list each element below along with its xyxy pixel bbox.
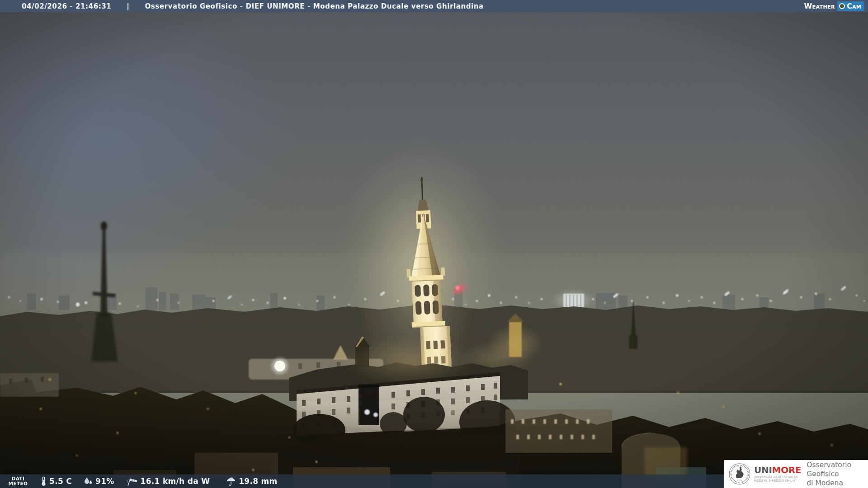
separator: | xyxy=(127,2,129,10)
rain-reading: 19.8 mm xyxy=(226,477,277,486)
film-grain xyxy=(0,0,868,488)
unimore-more-text: MORE xyxy=(772,465,802,475)
camera-lens-icon xyxy=(839,3,845,9)
observatory-name-line2: di Modena xyxy=(807,479,868,488)
humidity-reading: 91% xyxy=(84,477,114,486)
humidity-value: 91% xyxy=(95,477,114,486)
temperature-value: 5.5 C xyxy=(49,477,72,486)
meteo-label: DATI METEO xyxy=(7,476,29,486)
umbrella-icon xyxy=(226,477,236,486)
weathercam-cam-label: Cam xyxy=(847,2,861,10)
camera-title: Osservatorio Geofisico - DIEF UNIMORE - … xyxy=(145,2,483,10)
weathercam-logo[interactable]: Weather Cam xyxy=(804,1,864,11)
windsock-icon xyxy=(126,477,138,486)
rain-value: 19.8 mm xyxy=(239,477,277,486)
webcam-frame: 04/02/2026 - 21:46:31 | Osservatorio Geo… xyxy=(0,0,868,488)
unimore-seal-icon: 1175 xyxy=(729,463,750,485)
unimore-subtitle-line2: MODENA E REGGIO EMILIA xyxy=(754,479,801,483)
unimore-wordmark: UNIMORE UNIVERSITÀ DEGLI STUDI DI MODENA… xyxy=(754,465,801,483)
raindrops-icon xyxy=(84,477,93,486)
weathercam-cam-badge: Cam xyxy=(837,1,864,11)
observatory-name-line1: Osservatorio Geofisico xyxy=(807,460,868,479)
unimore-uni-text: UNI xyxy=(754,465,772,475)
header-bar: 04/02/2026 - 21:46:31 | Osservatorio Geo… xyxy=(0,0,868,12)
night-cityscape-photo xyxy=(0,0,868,488)
wind-value: 16.1 km/h da W xyxy=(141,477,210,486)
unimore-logo-box[interactable]: 1175 UNIMORE UNIVERSITÀ DEGLI STUDI DI M… xyxy=(724,460,868,488)
wind-reading: 16.1 km/h da W xyxy=(126,477,210,486)
timestamp: 04/02/2026 - 21:46:31 xyxy=(22,2,111,10)
meteo-label-line2: METEO xyxy=(7,481,29,486)
seal-year: 1175 xyxy=(737,479,742,482)
thermometer-icon xyxy=(41,476,47,486)
weathercam-weather-label: Weather xyxy=(804,2,835,10)
temperature-reading: 5.5 C xyxy=(41,476,72,486)
unimore-subtitle-line1: UNIVERSITÀ DEGLI STUDI DI xyxy=(754,475,801,479)
observatory-name: Osservatorio Geofisico di Modena xyxy=(807,460,868,488)
